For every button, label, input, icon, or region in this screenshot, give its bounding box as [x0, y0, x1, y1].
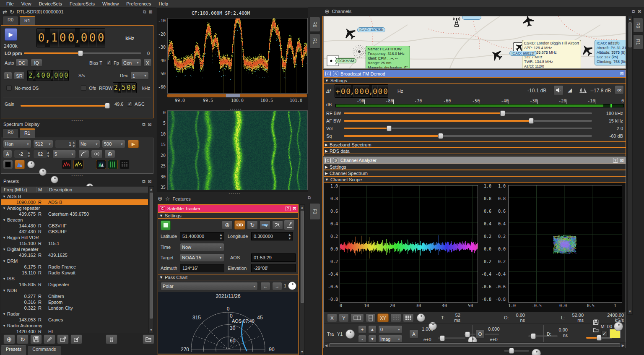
frequency-dial[interactable]: 0,100,000	[36, 28, 105, 47]
ca-scope-section[interactable]: ▼Channel Scope	[324, 176, 626, 183]
sq-slider[interactable]	[344, 135, 592, 137]
dial-digit[interactable]: 0	[359, 85, 364, 97]
fft-size-dropdown[interactable]: 512▼	[33, 140, 53, 148]
label-partial[interactable]	[462, 16, 481, 20]
dial-digit[interactable]: 0	[353, 85, 359, 97]
help-icon[interactable]: ?	[286, 206, 291, 211]
preset-export-button[interactable]	[57, 334, 69, 344]
trace-knob[interactable]	[345, 329, 355, 339]
rfbw-dial[interactable]: 2,500	[113, 82, 137, 93]
preset-row[interactable]: 439.675RCaterham 439.6750	[1, 211, 148, 217]
close-icon[interactable]: ⊠	[620, 158, 624, 163]
decay-icon-button[interactable]	[78, 150, 89, 158]
dish-icon-button[interactable]	[272, 220, 283, 230]
presets-scrollbar[interactable]: ▲ ▼	[148, 186, 154, 333]
dial-digit[interactable]: ,	[369, 85, 372, 97]
preset-row[interactable]: 0.322RLondon City	[1, 305, 148, 311]
ndb-info-box[interactable]: Name: HEATHROWFrequency: 316.0 kHzIdent:…	[366, 46, 410, 69]
display-intensity-knob[interactable]	[417, 313, 425, 322]
dial-digit[interactable]: 4	[36, 70, 41, 81]
sample-rate-dial[interactable]: 2,400,000	[27, 70, 69, 81]
collapse-icon[interactable]: ▾	[1, 311, 7, 317]
split-horizontal-button[interactable]	[351, 313, 364, 322]
satellite-tracker-titlebar[interactable]: C Satellite Tracker ? ⊠	[158, 205, 298, 212]
aircraft-label[interactable]: ICAO: a6813f	[509, 51, 537, 56]
max-hold-toggle[interactable]	[62, 160, 72, 169]
dial-digit[interactable]: 0	[80, 29, 88, 47]
vol-slider[interactable]	[344, 128, 592, 129]
preset-group-row[interactable]: ▾ISS	[1, 276, 148, 282]
rds-data-section[interactable]: ▶RDS data	[324, 148, 626, 154]
longitude-input[interactable]: 0.300000	[251, 232, 293, 240]
xy-mode-button[interactable]: XY	[377, 313, 389, 322]
load-trace-icon[interactable]	[593, 327, 599, 334]
iq-button[interactable]: IQ	[31, 59, 42, 67]
right-vtab-r1[interactable]: R1	[633, 34, 643, 50]
reload-device-icon[interactable]: ↻	[10, 10, 14, 14]
collapse-icon[interactable]: ▾	[1, 258, 7, 264]
refresh-rate-dropdown[interactable]: 500▼	[102, 140, 125, 148]
spectrum-tab-r0[interactable]: R0	[3, 128, 18, 138]
dial-digit[interactable]: 0	[96, 29, 105, 47]
features-scrollbar[interactable]: ▲ ▼	[299, 204, 305, 355]
menu-item-help[interactable]: Help	[155, 0, 172, 7]
collapse-icon[interactable]: ▾	[1, 205, 7, 211]
adsb-map[interactable]: ICAO: 40753b OCKHAM Name: HEATHROWFreque…	[323, 16, 626, 69]
bias-t-checkbox[interactable]: ✓	[106, 60, 112, 65]
ofs-checkbox[interactable]	[81, 85, 86, 91]
sat-reload-icon-button[interactable]: ↻	[247, 220, 258, 230]
knob-decay[interactable]	[27, 161, 35, 168]
collapse-icon[interactable]: ▾	[1, 287, 7, 293]
sat-settings-section[interactable]: ▼Settings	[158, 212, 298, 219]
crosshair-icon-button[interactable]: ⊕	[104, 150, 115, 158]
dial-digit[interactable]: 0	[131, 83, 136, 93]
dial-digit[interactable]: ,	[75, 29, 80, 47]
preset-group-row[interactable]: ▾Digital repeater	[1, 246, 148, 252]
menu-item-preferences[interactable]: Preferences	[122, 0, 155, 7]
memory-knob[interactable]	[614, 322, 623, 331]
link-icon-button[interactable]	[234, 220, 245, 230]
dial-digit[interactable]: 0	[340, 85, 346, 97]
waterfall-plot[interactable]	[167, 110, 308, 190]
channel-analyzer-titlebar[interactable]: C S Channel Analyzer ? ⊠	[324, 157, 626, 164]
spectrum-tab-r1[interactable]: R1	[19, 128, 35, 138]
dial-digit[interactable]: 0	[372, 85, 378, 97]
sat-target-icon-button[interactable]: ⊕	[222, 220, 233, 230]
dial-digit[interactable]: 0	[53, 70, 58, 81]
preset-row[interactable]: 0.277RChiltern	[1, 293, 148, 299]
save-trace-icon[interactable]	[593, 319, 599, 326]
dial-digit[interactable]: 5	[121, 83, 126, 93]
latitude-spinner[interactable]: ▲▼	[219, 233, 223, 240]
vtab-r1[interactable]: R1	[309, 34, 320, 49]
colormap-toggle[interactable]	[96, 160, 106, 169]
baseband-spectrum-section[interactable]: ▶Baseband Spectrum	[324, 141, 626, 148]
range-spin-arrows[interactable]: ▲▼	[47, 151, 50, 158]
close-icon[interactable]: ⊠	[293, 206, 296, 211]
aircraft-icon[interactable]	[522, 16, 535, 27]
trace-index-dropdown[interactable]: 0▼	[378, 325, 402, 334]
grid-toggle[interactable]	[119, 160, 130, 169]
dial-digit[interactable]: 0	[41, 70, 46, 81]
fm-frequency-dial[interactable]: +00,000,000	[335, 84, 388, 98]
collapse-icon[interactable]: ▾	[1, 323, 7, 329]
amp-auto-button[interactable]: A	[409, 329, 418, 339]
preset-row[interactable]: 432.430RGB3UHF	[1, 229, 148, 235]
right-scrollbar[interactable]: ▲ ▼	[627, 16, 633, 315]
histogram-toggle[interactable]	[15, 160, 25, 169]
ref-spin-arrows[interactable]: ▲▼	[27, 151, 31, 158]
fm-settings-section[interactable]: ▼Settings	[324, 77, 626, 84]
target-dropdown[interactable]: NOAA 15▼	[180, 253, 224, 262]
col-desc[interactable]: Description	[47, 187, 148, 192]
restore-icon[interactable]: ⧉	[308, 196, 311, 200]
preset-group-row[interactable]: ▾Analog repeater	[1, 205, 148, 211]
dial-digit[interactable]: ,	[118, 83, 121, 93]
vtab-f0[interactable]: F0	[309, 203, 320, 220]
dial-digit[interactable]: 0	[63, 70, 68, 81]
speaker-icon-button[interactable]	[553, 85, 564, 95]
sat-stop-button[interactable]	[161, 220, 171, 230]
amp-slider[interactable]	[438, 337, 465, 339]
polar-grid-button[interactable]	[390, 313, 401, 322]
nomod-checkbox[interactable]	[6, 85, 12, 91]
aircraft-icon[interactable]	[579, 42, 595, 58]
preset-edit-button[interactable]	[44, 334, 55, 344]
